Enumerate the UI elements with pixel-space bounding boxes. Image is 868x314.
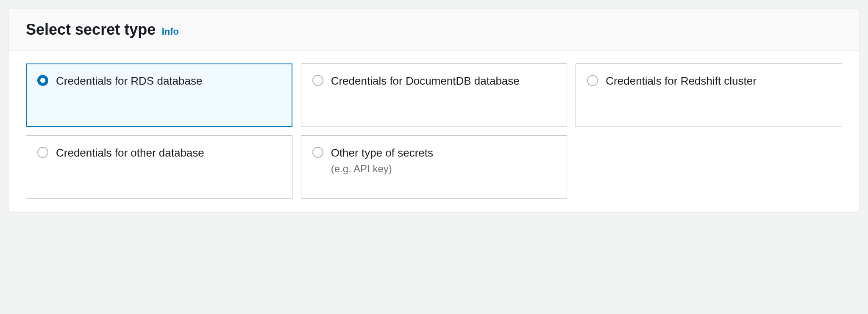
- radio-icon: [37, 75, 48, 86]
- option-sublabel: (e.g. API key): [331, 163, 433, 175]
- secret-type-radio-group: Credentials for RDS database Credentials…: [26, 63, 842, 199]
- panel-body: Credentials for RDS database Credentials…: [9, 51, 859, 212]
- option-text: Credentials for RDS database: [56, 73, 202, 89]
- option-text: Credentials for other database: [56, 145, 204, 161]
- option-label: Credentials for other database: [56, 145, 204, 161]
- option-label: Credentials for RDS database: [56, 73, 202, 89]
- option-rds-database[interactable]: Credentials for RDS database: [26, 63, 292, 127]
- option-text: Credentials for DocumentDB database: [331, 73, 520, 89]
- radio-icon: [312, 75, 323, 86]
- option-other-secrets[interactable]: Other type of secrets (e.g. API key): [301, 135, 568, 199]
- option-text: Credentials for Redshift cluster: [606, 73, 756, 89]
- panel-title: Select secret type: [26, 21, 156, 38]
- option-label: Other type of secrets: [331, 145, 433, 161]
- radio-icon: [312, 147, 323, 158]
- option-redshift-cluster[interactable]: Credentials for Redshift cluster: [576, 63, 842, 127]
- radio-icon: [37, 147, 48, 158]
- select-secret-type-panel: Select secret type Info Credentials for …: [8, 8, 860, 212]
- radio-icon: [587, 75, 598, 86]
- option-documentdb-database[interactable]: Credentials for DocumentDB database: [301, 63, 568, 127]
- option-text: Other type of secrets (e.g. API key): [331, 145, 433, 175]
- option-label: Credentials for Redshift cluster: [606, 73, 756, 89]
- info-link[interactable]: Info: [162, 26, 179, 37]
- option-other-database[interactable]: Credentials for other database: [26, 135, 292, 199]
- panel-header: Select secret type Info: [9, 9, 859, 51]
- option-label: Credentials for DocumentDB database: [331, 73, 520, 89]
